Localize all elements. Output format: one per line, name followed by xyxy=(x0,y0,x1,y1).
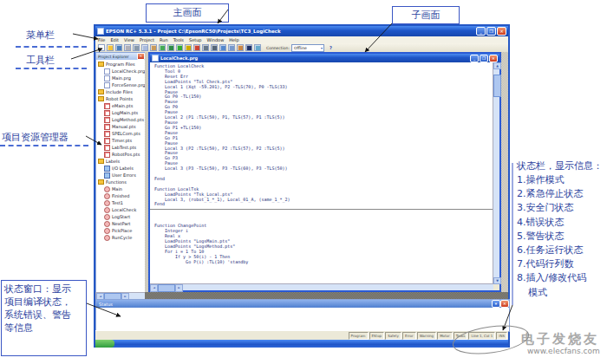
child-close-button[interactable]: ✕ xyxy=(489,55,498,62)
tree-item[interactable]: Robot Points xyxy=(96,95,146,102)
app-title-bar[interactable]: EPSON RC+ 5.3.1 - Project C:\EpsonRC50\P… xyxy=(95,26,508,36)
stop-icon[interactable] xyxy=(193,44,200,51)
tree-item[interactable]: PickPlace xyxy=(96,227,146,234)
menu-item-project[interactable]: Project xyxy=(137,37,157,42)
folder-icon xyxy=(98,96,104,101)
menu-item-setup[interactable]: Setup xyxy=(186,37,205,42)
close-button[interactable]: ✕ xyxy=(497,27,506,36)
watermark-url: www.elecfans.com xyxy=(527,347,600,355)
mdi-bottom-strip xyxy=(145,292,508,299)
code-text-2[interactable]: Function ChangePoint Integer i Real x Lo… xyxy=(150,211,493,264)
connection-combobox[interactable]: Offline xyxy=(291,44,324,52)
toolbar-icons xyxy=(98,44,261,51)
tree-item[interactable]: Main.prg xyxy=(96,75,146,81)
tree-item[interactable]: RobotPos.pts xyxy=(96,151,146,158)
annotation-underline xyxy=(16,68,87,69)
copy-icon[interactable] xyxy=(141,44,148,51)
print-icon[interactable] xyxy=(124,44,131,51)
menu-item-tools[interactable]: Tools xyxy=(171,37,186,42)
status-panel: Motor xyxy=(437,332,453,340)
command-window-icon[interactable] xyxy=(245,44,252,51)
io-monitor-icon[interactable] xyxy=(219,44,226,51)
code-text-1[interactable]: Function LocalCheck Tool 0 Reset Err Loa… xyxy=(150,62,493,207)
menu-item-file[interactable]: File xyxy=(95,37,108,42)
annotation-sub-screen: 子画面 xyxy=(392,6,460,24)
undo-icon[interactable] xyxy=(159,44,166,51)
menu-item-help[interactable]: Help xyxy=(226,37,241,42)
child-minimize-button[interactable]: _ xyxy=(470,55,479,62)
menu-item-window[interactable]: Window xyxy=(205,37,227,42)
page-icon xyxy=(104,75,110,81)
tree-item[interactable]: Program Files xyxy=(96,61,146,68)
status-panel: EStop xyxy=(369,332,385,340)
tree-item[interactable]: LogMain.pts xyxy=(96,109,146,116)
menu-item-edit[interactable]: Edit xyxy=(108,37,121,42)
tree-item[interactable]: LocalCheck xyxy=(96,206,146,213)
tree-item[interactable]: Functions xyxy=(96,179,146,185)
open-project-icon[interactable] xyxy=(107,44,114,51)
menu-item-run[interactable]: Run xyxy=(157,37,171,42)
tree-item[interactable]: Finished xyxy=(96,192,146,199)
scrollbar-thumb[interactable] xyxy=(158,284,175,292)
save-icon[interactable] xyxy=(115,44,122,51)
run-window-icon[interactable] xyxy=(176,44,183,51)
tree-item[interactable]: RunCycle xyxy=(96,234,146,241)
status-panel: Line 1, Col 1 xyxy=(468,332,495,340)
status-panel: Safety xyxy=(385,332,401,340)
code-window-title: LocalCheck.prg xyxy=(160,55,470,61)
code-vertical-scrollbar[interactable]: ▲ ▼ xyxy=(493,62,499,284)
window-menu-icon[interactable]: ▾ xyxy=(492,300,500,308)
tree-item[interactable]: Main xyxy=(96,185,146,192)
tree-item[interactable]: LabTest.pts xyxy=(96,144,146,151)
tree-item[interactable]: ForceSense.prg xyxy=(96,81,146,88)
scroll-left-icon[interactable]: ◄ xyxy=(150,284,158,292)
taskbar[interactable] xyxy=(95,340,508,348)
tree-item[interactable]: Manual.pts xyxy=(96,123,146,130)
build-icon[interactable] xyxy=(202,44,209,51)
menu-item-view[interactable]: View xyxy=(121,37,137,42)
paste-icon[interactable] xyxy=(150,44,157,51)
minimize-button[interactable]: _ xyxy=(476,27,486,36)
cut-icon[interactable] xyxy=(133,44,140,51)
child-maximize-button[interactable]: ❐ xyxy=(480,55,488,62)
panel-close-icon[interactable]: ✕ xyxy=(137,53,145,60)
task-manager-icon[interactable] xyxy=(228,44,235,51)
tree-item[interactable]: Labels xyxy=(96,158,146,165)
tree-item-label: RobotPos.pts xyxy=(112,152,140,157)
scrollbar-thumb[interactable] xyxy=(493,75,501,97)
start-button[interactable] xyxy=(95,340,114,348)
tree-item[interactable]: I/O Labels xyxy=(96,165,146,172)
code-horizontal-scrollbar[interactable]: ◄ ► xyxy=(150,283,493,290)
tree-item[interactable]: eMain.pts xyxy=(96,102,146,109)
tree-item[interactable]: SPELCom.pts xyxy=(96,130,146,137)
tree-item[interactable]: LogStart xyxy=(96,213,146,220)
rebuild-icon[interactable] xyxy=(211,44,218,51)
tree-item-label: LabTest.pts xyxy=(112,145,136,150)
redo-icon[interactable] xyxy=(167,44,174,51)
tree-item[interactable]: User Errors xyxy=(96,172,146,179)
robot-manager-icon[interactable] xyxy=(237,44,244,51)
help-icon[interactable]: ? xyxy=(330,45,332,50)
code-window: LocalCheck.prg _ ❐ ✕ Function LocalCheck… xyxy=(148,52,501,292)
tree-item[interactable]: LocalCheck.prg xyxy=(96,68,146,75)
tree-item[interactable]: LogMethod.pts xyxy=(96,116,146,123)
pause-icon[interactable] xyxy=(185,44,192,51)
tree-item[interactable]: Include Files xyxy=(96,88,146,95)
code-window-title-bar[interactable]: LocalCheck.prg _ ❐ ✕ xyxy=(150,54,499,62)
status-window-title-bar[interactable]: Status ▾ ✕ xyxy=(96,300,509,308)
fx-icon xyxy=(104,193,110,199)
scroll-down-icon[interactable]: ▼ xyxy=(493,277,501,284)
app-icon xyxy=(97,28,104,35)
maximize-button[interactable]: ❐ xyxy=(486,27,496,36)
simulator-icon[interactable] xyxy=(254,44,261,51)
tree-item[interactable]: NextPart xyxy=(96,220,146,227)
tree-item[interactable]: Timer.pts xyxy=(96,137,146,144)
scroll-right-icon[interactable]: ► xyxy=(175,284,183,292)
code-editor[interactable]: Function LocalCheck Tool 0 Reset Err Loa… xyxy=(150,62,493,284)
new-project-icon[interactable] xyxy=(98,44,105,51)
status-window-close-icon[interactable]: ✕ xyxy=(500,300,509,308)
tree-item[interactable]: Test1 xyxy=(96,199,146,206)
tree-item-label: Main.prg xyxy=(112,75,131,81)
scroll-up-icon[interactable]: ▲ xyxy=(493,62,501,69)
status-panel: Program xyxy=(349,332,369,340)
